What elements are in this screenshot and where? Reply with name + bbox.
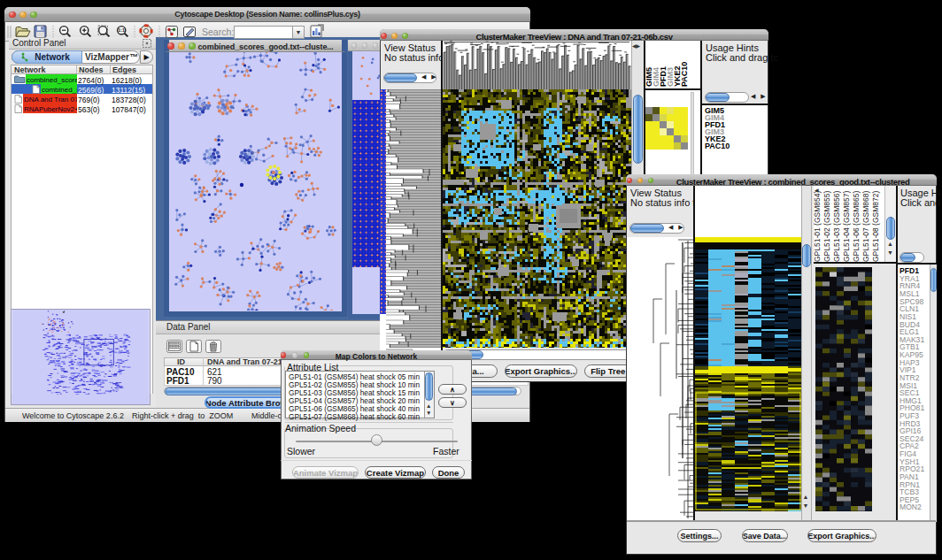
svg-text:MON2: MON2 — [900, 502, 922, 511]
svg-text:GPL51-01 (GSM854): GPL51-01 (GSM854) — [814, 191, 822, 262]
svg-text:PAC10: PAC10 — [680, 62, 689, 87]
svg-text:GPL51-02 (GSM855): GPL51-02 (GSM855) — [822, 191, 831, 262]
svg-text:GPL51-04 (GSM857): GPL51-04 (GSM857) — [842, 191, 851, 262]
svg-text:GPL51-07 (GSM868): GPL51-07 (GSM868) — [861, 191, 870, 262]
svg-text:GPL51-06 (GSM865): GPL51-06 (GSM865) — [852, 191, 861, 262]
svg-text:1:1: 1:1 — [118, 27, 125, 33]
svg-text:GPL51-03 (GSM856): GPL51-03 (GSM856) — [832, 191, 841, 262]
svg-text:GPL51-08 (GSM872): GPL51-08 (GSM872) — [871, 191, 880, 262]
